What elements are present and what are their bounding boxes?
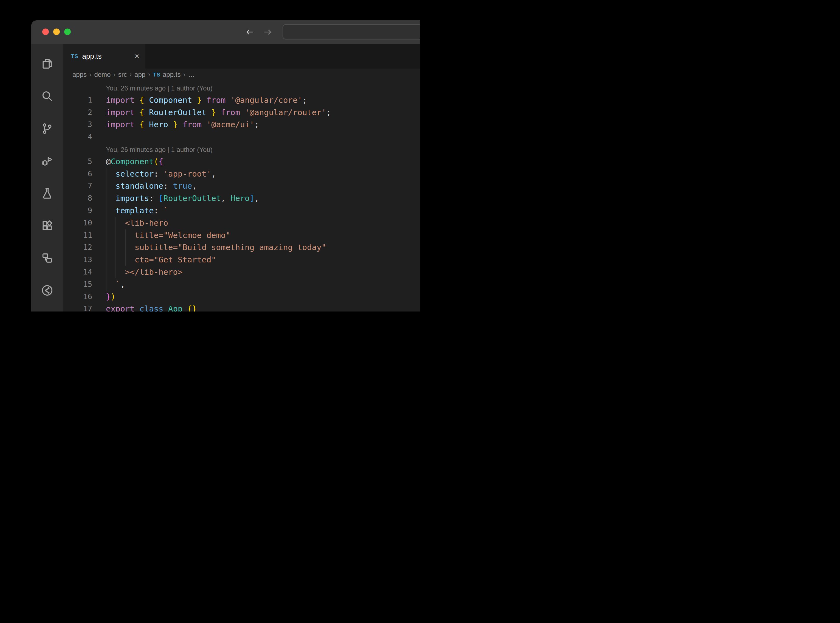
indent-guide — [106, 192, 106, 204]
breadcrumb-item[interactable]: … — [188, 71, 195, 78]
line-content: standalone: true, — [106, 180, 420, 192]
indent-guide — [125, 241, 126, 254]
breadcrumb: apps›demo›src›app›TSapp.ts›… — [63, 69, 420, 81]
blame-annotation-row: You, 26 minutes ago | 1 author (You) — [63, 143, 420, 155]
indent-guide — [106, 168, 106, 180]
activity-item-search[interactable] — [34, 80, 60, 112]
breadcrumb-separator: › — [113, 71, 115, 78]
code-line: 16}) — [63, 291, 420, 303]
line-content: import { Component } from '@angular/core… — [106, 94, 420, 106]
code-line: 5@Component({ — [63, 155, 420, 168]
indent-guide — [115, 229, 116, 242]
tab-label: app.ts — [82, 52, 102, 61]
line-number: 13 — [63, 254, 106, 266]
indent-guide — [125, 229, 126, 242]
code-line: 11 title="Welcmoe demo" — [63, 229, 420, 242]
activity-item-run-debug[interactable] — [34, 145, 60, 177]
search-icon — [41, 90, 53, 102]
breadcrumb-separator: › — [148, 71, 150, 78]
tab-bar: TS app.ts × — [63, 44, 420, 69]
indent-guide — [106, 217, 106, 229]
indent-guide — [115, 254, 116, 266]
window-controls — [42, 29, 71, 35]
line-number: 6 — [63, 168, 106, 180]
line-number — [63, 143, 106, 155]
code-line: 13 cta="Get Started" — [63, 254, 420, 266]
line-number: 16 — [63, 291, 106, 303]
code-line: 8 imports: [RouterOutlet, Hero], — [63, 192, 420, 204]
breadcrumb-item[interactable]: demo — [94, 71, 111, 78]
beaker-icon — [41, 187, 53, 199]
line-content: ></lib-hero> — [106, 266, 420, 278]
indent-guide — [115, 241, 116, 254]
activity-item-graph-search[interactable] — [34, 307, 60, 312]
line-content: export class App {} — [106, 303, 420, 312]
breadcrumb-item[interactable]: src — [118, 71, 127, 78]
line-number: 15 — [63, 278, 106, 291]
commit-graph-icon — [41, 284, 53, 296]
indent-guide — [106, 229, 106, 242]
code-line: 3import { Hero } from '@acme/ui'; — [63, 118, 420, 131]
line-number: 2 — [63, 106, 106, 119]
typescript-file-icon: TS — [153, 72, 160, 78]
breadcrumb-item[interactable]: TSapp.ts — [153, 71, 181, 78]
source-control-icon — [41, 123, 53, 135]
line-content: `, — [106, 278, 420, 291]
minimize-window-button[interactable] — [53, 29, 60, 35]
line-content: imports: [RouterOutlet, Hero], — [106, 192, 420, 204]
line-number: 9 — [63, 204, 106, 217]
files-icon — [41, 58, 53, 70]
indent-guide — [106, 266, 106, 278]
code-line: 1import { Component } from '@angular/cor… — [63, 94, 420, 106]
indent-guide — [106, 204, 106, 217]
extensions-icon — [41, 219, 53, 232]
line-number: 12 — [63, 241, 106, 254]
line-number: 7 — [63, 180, 106, 192]
activity-item-testing[interactable] — [34, 177, 60, 210]
activity-item-references[interactable] — [34, 242, 60, 274]
blame-text: You, 26 minutes ago | 1 author (You) — [106, 143, 420, 155]
code-line: 14 ></lib-hero> — [63, 266, 420, 278]
line-number: 17 — [63, 303, 106, 312]
code-editor[interactable]: You, 26 minutes ago | 1 author (You)1imp… — [63, 81, 420, 312]
line-number: 10 — [63, 217, 106, 229]
line-number: 4 — [63, 131, 106, 143]
breadcrumb-separator: › — [130, 71, 132, 78]
desktop: acme N2 TS app.ts × — [0, 0, 420, 312]
line-content: template: ` — [106, 204, 420, 217]
line-number — [63, 82, 106, 94]
navigate-back-button[interactable] — [245, 28, 254, 37]
line-number: 1 — [63, 94, 106, 106]
line-content: import { RouterOutlet } from '@angular/r… — [106, 106, 420, 119]
breadcrumb-item[interactable]: app — [134, 71, 145, 78]
line-content: selector: 'app-root', — [106, 168, 420, 180]
close-window-button[interactable] — [42, 29, 49, 35]
indent-guide — [115, 266, 116, 278]
activity-item-source-control[interactable] — [34, 112, 60, 145]
line-content: title="Welcmoe demo" — [106, 229, 420, 242]
activity-item-commit-graph[interactable] — [34, 274, 60, 307]
close-tab-icon[interactable]: × — [134, 52, 139, 60]
tab-app-ts[interactable]: TS app.ts × — [63, 44, 145, 69]
activity-item-explorer[interactable] — [34, 48, 60, 80]
navigate-forward-button[interactable] — [263, 28, 272, 37]
line-content: cta="Get Started" — [106, 254, 420, 266]
line-content: <lib-hero — [106, 217, 420, 229]
line-number: 14 — [63, 266, 106, 278]
command-center-search[interactable]: acme — [283, 24, 420, 40]
code-line: 4 — [63, 131, 420, 143]
line-number: 3 — [63, 118, 106, 131]
code-line: 2import { RouterOutlet } from '@angular/… — [63, 106, 420, 119]
breadcrumb-separator: › — [89, 71, 91, 78]
indent-guide — [115, 217, 116, 229]
blame-annotation-row: You, 26 minutes ago | 1 author (You) — [63, 82, 420, 94]
zoom-window-button[interactable] — [64, 29, 71, 35]
breadcrumb-item[interactable]: apps — [72, 71, 87, 78]
indent-guide — [106, 254, 106, 266]
references-icon — [41, 252, 53, 264]
activity-item-extensions[interactable] — [34, 210, 60, 242]
line-content: @Component({ — [106, 155, 420, 168]
indent-guide — [125, 254, 126, 266]
editor-group: TS app.ts × apps›demo›src›app›TSapp.ts›…… — [63, 44, 420, 312]
blame-text: You, 26 minutes ago | 1 author (You) — [106, 82, 420, 94]
